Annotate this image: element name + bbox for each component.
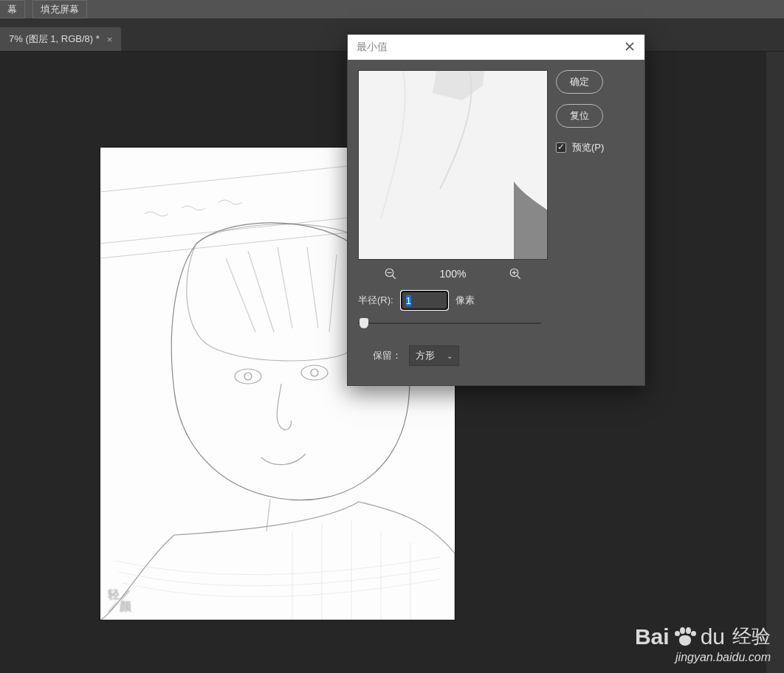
toolbar-button-fillscreen[interactable]: 填充屏幕: [32, 0, 87, 18]
slider-handle[interactable]: [360, 318, 368, 328]
chevron-down-icon: ⌄: [447, 352, 453, 360]
reset-button[interactable]: 复位: [556, 104, 603, 128]
watermark-brand-part2: du: [701, 624, 725, 649]
preview-checkbox[interactable]: [556, 142, 566, 153]
document-tab[interactable]: 7% (图层 1, RGB/8) * ×: [0, 27, 121, 51]
zoom-level: 100%: [440, 268, 467, 280]
dialog-titlebar[interactable]: 最小值: [348, 35, 644, 60]
preserve-selected-value: 方形: [416, 349, 435, 362]
canvas-watermark-line2: ／颜: [108, 601, 131, 612]
zoom-out-icon[interactable]: [384, 267, 397, 280]
zoom-in-icon[interactable]: [509, 267, 522, 280]
watermark-brand-part3: 经验: [732, 624, 771, 649]
preview-thumbnail[interactable]: [358, 70, 548, 260]
ok-button[interactable]: 确定: [556, 70, 603, 94]
radius-label: 半径(R):: [358, 294, 393, 307]
paw-icon: [674, 627, 696, 646]
minimum-filter-dialog: 最小值 100% 半径(R):: [347, 34, 645, 386]
slider-track: [358, 322, 541, 324]
canvas-watermark: 轻／ ／颜: [108, 589, 131, 612]
watermark-brand-part1: Bai: [635, 624, 670, 649]
watermark-url: jingyan.baidu.com: [635, 651, 771, 664]
svg-line-7: [392, 275, 396, 279]
close-icon[interactable]: ×: [107, 34, 113, 45]
radius-slider[interactable]: [358, 314, 541, 332]
toolbar-separator: [25, 0, 32, 18]
preserve-label: 保留：: [373, 349, 402, 362]
watermark-brand: Bai du 经验: [635, 624, 771, 649]
preview-checkbox-label: 预览(P): [572, 141, 604, 154]
canvas-watermark-line1: 轻／: [108, 589, 131, 601]
close-icon[interactable]: [624, 39, 636, 56]
radius-input[interactable]: [401, 291, 448, 310]
document-tab-title: 7% (图层 1, RGB/8) *: [9, 32, 100, 46]
toolbar-button-partial[interactable]: 幕: [0, 0, 25, 18]
options-bar: 幕 填充屏幕: [0, 0, 784, 19]
page-watermark: Bai du 经验 jingyan.baidu.com: [635, 624, 771, 664]
radius-unit: 像素: [455, 294, 475, 307]
dialog-title-text: 最小值: [357, 41, 388, 54]
svg-line-10: [517, 275, 520, 279]
preserve-select[interactable]: 方形 ⌄: [409, 345, 459, 366]
